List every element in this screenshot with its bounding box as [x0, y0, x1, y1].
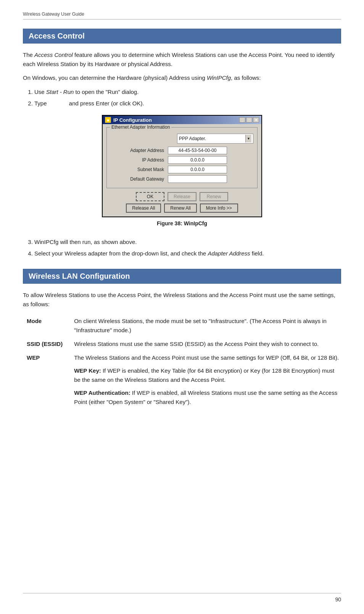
definition-table: Mode On client Wireless Stations, the mo…: [23, 314, 341, 409]
adapter-address-value: 44-45-53-54-00-00: [168, 147, 227, 154]
header-bar: Wireless Gateway User Guide: [23, 11, 341, 19]
wep-row: WEP The Wireless Stations and the Access…: [23, 351, 341, 409]
ssid-term: SSID (ESSID): [23, 337, 74, 351]
dropdown-arrow-icon[interactable]: ▼: [245, 135, 251, 142]
winipfcg-italic: WinIPCfg: [207, 74, 231, 81]
steps-list: Use Start - Run to open the "Run" dialog…: [34, 87, 341, 108]
release-all-button[interactable]: Release All: [126, 204, 161, 213]
subnet-mask-label: Subnet Mask: [111, 167, 164, 172]
step-4: Select your Wireless adapter from the dr…: [34, 249, 341, 259]
release-button[interactable]: Release: [168, 192, 196, 201]
buttons-row-2: Release All Renew All More Info >>: [106, 204, 258, 213]
wep-key-text: WEP Key: If WEP is enabled, the Key Tabl…: [74, 366, 341, 385]
mode-def: On client Wireless Stations, the mode mu…: [74, 314, 341, 337]
adapter-address-row: Adapter Address 44-45-53-54-00-00: [111, 147, 253, 154]
adapter-dropdown[interactable]: PPP Adapter. ▼: [177, 134, 253, 144]
steps-list-continued: WinIPCfg will then run, as shown above. …: [34, 237, 341, 258]
header-title: Wireless Gateway User Guide: [23, 11, 84, 17]
restore-button[interactable]: □: [246, 117, 252, 123]
ip-address-row: IP Address 0.0.0.0: [111, 156, 253, 164]
figure-caption-text: Figure 38: WinIpCfg: [157, 220, 207, 226]
adapter-address-label: Adapter Address: [111, 148, 164, 153]
ok-button[interactable]: OK: [136, 192, 164, 201]
default-gateway-label: Default Gateway: [111, 176, 164, 182]
titlebar-controls[interactable]: _ □ ✕: [239, 117, 259, 123]
renew-all-button[interactable]: Renew All: [164, 204, 196, 213]
dialog-titlebar: ■ IP Configuration _ □ ✕: [103, 116, 261, 124]
wireless-lan-title: Wireless LAN Configuration: [23, 269, 341, 284]
access-control-title: Access Control: [23, 29, 341, 44]
ip-config-dialog: ■ IP Configuration _ □ ✕ Ethernet Adapte…: [102, 115, 262, 217]
winipcfg-container: ■ IP Configuration _ □ ✕ Ethernet Adapte…: [23, 115, 341, 233]
step-2: Type and press Enter (or click OK).: [34, 99, 341, 108]
access-control-para2: On Windows, you can determine the Hardwa…: [23, 73, 341, 82]
step-3: WinIPCfg will then run, as shown above.: [34, 237, 341, 247]
close-button[interactable]: ✕: [253, 117, 259, 123]
dialog-body: Ethernet Adapter Information PPP Adapter…: [103, 124, 261, 217]
dialog-app-icon: ■: [105, 117, 111, 123]
adapter-dropdown-row: PPP Adapter. ▼: [111, 134, 253, 144]
mode-row: Mode On client Wireless Stations, the mo…: [23, 314, 341, 337]
page-wrapper: Wireless Gateway User Guide Access Contr…: [0, 0, 364, 614]
wep-term: WEP: [23, 351, 74, 409]
wep-key-label: WEP Key:: [74, 367, 101, 374]
footer-bar: 90: [23, 593, 341, 603]
minimize-button[interactable]: _: [239, 117, 245, 123]
dropdown-value: PPP Adapter.: [179, 136, 206, 141]
ssid-def: Wireless Stations must use the same SSID…: [74, 337, 341, 351]
default-gateway-value: [168, 175, 227, 183]
step-1: Use Start - Run to open the "Run" dialog…: [34, 87, 341, 97]
buttons-row-1: OK Release Renew: [106, 192, 258, 201]
ethernet-adapter-group: Ethernet Adapter Information PPP Adapter…: [106, 127, 258, 188]
subnet-mask-row: Subnet Mask 0.0.0.0: [111, 166, 253, 173]
wep-auth-label: WEP Authentication:: [74, 389, 130, 396]
start-run-italic: Start - Run: [46, 89, 74, 95]
mode-term: Mode: [23, 314, 74, 337]
adapter-address-italic: Adapter Address: [208, 250, 250, 257]
page-number: 90: [335, 596, 341, 603]
dialog-title-text: IP Configuration: [113, 117, 152, 123]
figure-caption: Figure 38: WinIpCfg: [157, 220, 207, 226]
subnet-mask-value: 0.0.0.0: [168, 166, 227, 173]
access-control-italic1: Access Control: [34, 52, 73, 58]
more-info-button[interactable]: More Info >>: [200, 204, 238, 213]
renew-button[interactable]: Renew: [200, 192, 228, 201]
group-label-text: Ethernet Adapter Information: [110, 124, 171, 130]
ip-address-value: 0.0.0.0: [168, 156, 227, 164]
wep-main-text: The Wireless Stations and the Access Poi…: [74, 353, 341, 362]
wireless-lan-intro: To allow Wireless Stations to use the Ac…: [23, 291, 341, 309]
access-control-para1: The Access Control feature allows you to…: [23, 50, 341, 69]
wep-auth-text: WEP Authentication: If WEP is enabled, a…: [74, 388, 341, 407]
default-gateway-row: Default Gateway: [111, 175, 253, 183]
titlebar-title: ■ IP Configuration: [105, 117, 152, 123]
wep-def: The Wireless Stations and the Access Poi…: [74, 351, 341, 409]
ip-address-label: IP Address: [111, 157, 164, 163]
ssid-row: SSID (ESSID) Wireless Stations must use …: [23, 337, 341, 351]
